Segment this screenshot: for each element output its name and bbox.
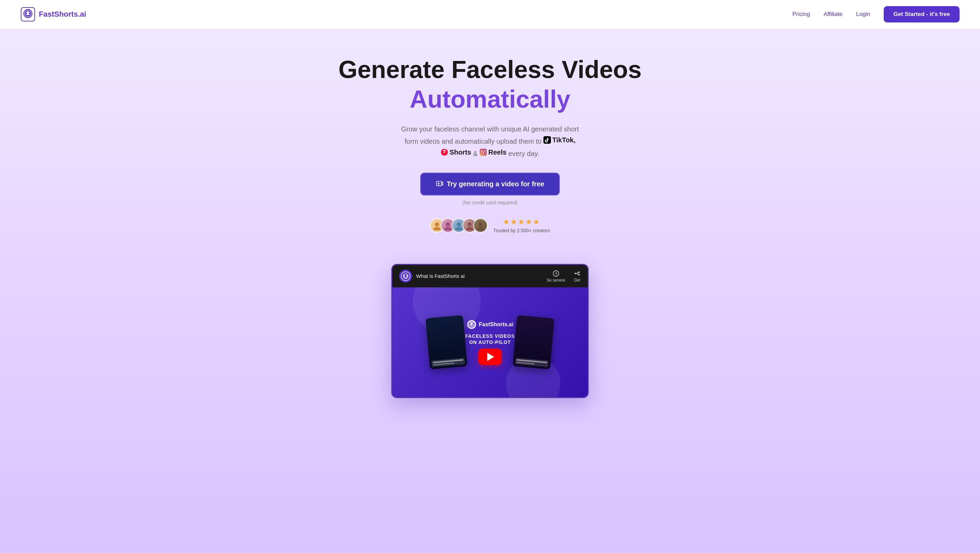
hero-title-line2: Automatically: [327, 84, 653, 114]
tiktok-platform: TikTok,: [543, 134, 576, 145]
share-icon: [573, 270, 581, 277]
nav-login[interactable]: Login: [856, 11, 870, 18]
svg-point-35: [578, 274, 580, 276]
svg-point-21: [444, 227, 451, 230]
svg-point-24: [468, 222, 472, 226]
svg-point-4: [25, 13, 27, 14]
clock-icon: [552, 270, 560, 277]
logo[interactable]: FastShorts.ai: [21, 7, 86, 22]
video-bg: FastShorts.ai FACELESS VIDEOSON AUTO-PIL…: [392, 287, 588, 397]
cta-section: Try generating a video for free (No cred…: [327, 173, 653, 206]
watch-later-button[interactable]: Se senere: [546, 270, 565, 283]
video-generate-icon: [436, 180, 443, 188]
nav-cta-button[interactable]: Get Started - it's free: [884, 6, 959, 22]
logo-text: FastShorts.ai: [39, 10, 86, 19]
nav-pricing[interactable]: Pricing: [792, 11, 810, 18]
video-middle-content: FastShorts.ai FACELESS VIDEOSON AUTO-PIL…: [465, 319, 515, 365]
play-triangle-icon: [487, 353, 494, 361]
svg-point-25: [466, 227, 473, 230]
nav-affiliate[interactable]: Affiliate: [824, 11, 842, 18]
avatar-group: [430, 218, 488, 233]
stars-rating: ★★★★★: [493, 218, 550, 226]
tiktok-icon: [543, 136, 551, 144]
svg-point-26: [479, 222, 482, 226]
video-channel-avatar: [399, 270, 412, 283]
hero-title: Generate Faceless Videos Automatically: [327, 56, 653, 114]
reels-icon: [479, 148, 487, 156]
svg-point-6: [26, 9, 27, 10]
avatar: [473, 218, 488, 233]
try-free-button[interactable]: Try generating a video for free: [420, 173, 560, 196]
play-button[interactable]: [479, 349, 501, 365]
video-header: What is FastShorts ai Se senere: [392, 265, 588, 287]
video-tagline: FACELESS VIDEOSON AUTO-PILOT: [465, 333, 515, 345]
video-thumbnail[interactable]: FastShorts.ai FACELESS VIDEOSON AUTO-PIL…: [392, 287, 588, 397]
svg-point-15: [482, 150, 482, 151]
hero-section: Generate Faceless Videos Automatically G…: [320, 29, 660, 247]
svg-point-28: [401, 272, 410, 280]
hero-subtitle: Grow your faceless channel with unique A…: [395, 124, 585, 159]
svg-point-34: [574, 273, 576, 274]
svg-point-39: [472, 324, 474, 325]
proof-text: ★★★★★ Trusted by 2.500+ creators: [493, 218, 550, 233]
svg-point-23: [455, 227, 462, 230]
video-card-right: [513, 315, 555, 370]
svg-point-33: [578, 271, 580, 273]
svg-point-5: [29, 13, 30, 14]
logo-icon: [21, 7, 35, 22]
video-container: What is FastShorts ai Se senere: [391, 264, 589, 398]
svg-point-27: [477, 227, 484, 230]
proof-label: Trusted by 2.500+ creators: [493, 228, 550, 233]
video-header-left: What is FastShorts ai: [399, 270, 465, 283]
svg-point-22: [457, 222, 461, 226]
svg-point-7: [29, 9, 30, 10]
video-card-left: [426, 315, 468, 370]
hero-title-line1: Generate Faceless Videos: [327, 56, 653, 83]
video-header-right: Se senere Del: [546, 270, 581, 283]
navbar: FastShorts.ai Pricing Affiliate Login Ge…: [0, 0, 980, 29]
social-proof: ★★★★★ Trusted by 2.500+ creators: [327, 218, 653, 233]
svg-point-30: [404, 275, 405, 276]
svg-point-18: [435, 222, 439, 226]
shorts-icon: [441, 148, 448, 156]
video-title: What is FastShorts ai: [416, 273, 465, 279]
nav-links: Pricing Affiliate Login Get Started - it…: [792, 6, 959, 22]
svg-point-31: [406, 275, 408, 276]
reels-platform: Reels: [479, 147, 506, 158]
share-button[interactable]: Del: [573, 270, 581, 283]
svg-point-19: [434, 227, 440, 230]
svg-point-20: [446, 222, 450, 226]
shorts-platform: Shorts: [441, 147, 471, 158]
cta-disclaimer: (No credit card required): [463, 199, 518, 206]
video-section: What is FastShorts ai Se senere: [385, 264, 595, 398]
